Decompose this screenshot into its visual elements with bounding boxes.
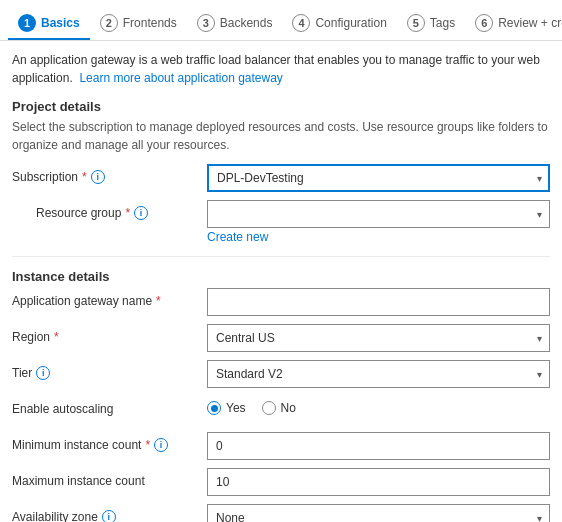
autoscaling-control: Yes No <box>207 396 550 415</box>
learn-more-link[interactable]: Learn more about application gateway <box>79 71 282 85</box>
wizard-tabs: 1 Basics 2 Frontends 3 Backends 4 Config… <box>0 0 562 41</box>
subscription-control: DPL-DevTesting ▾ <box>207 164 550 192</box>
tab-review-step: 6 <box>475 14 493 32</box>
resource-group-control: ▾ Create new <box>207 200 550 244</box>
tab-review-create[interactable]: 6 Review + create <box>465 8 562 40</box>
autoscaling-no-circle <box>262 401 276 415</box>
gateway-name-control <box>207 288 550 316</box>
tab-frontends[interactable]: 2 Frontends <box>90 8 187 40</box>
tab-basics[interactable]: 1 Basics <box>8 8 90 40</box>
region-row: Region * Central US East US West US ▾ <box>12 324 550 352</box>
tab-tags-step: 5 <box>407 14 425 32</box>
create-new-link[interactable]: Create new <box>207 230 550 244</box>
tier-select-wrapper: Standard V2 WAF V2 ▾ <box>207 360 550 388</box>
project-details-title: Project details <box>12 99 550 114</box>
tab-basics-label: Basics <box>41 16 80 30</box>
tab-tags[interactable]: 5 Tags <box>397 8 465 40</box>
tab-frontends-step: 2 <box>100 14 118 32</box>
region-required: * <box>54 330 59 344</box>
gateway-name-label: Application gateway name * <box>12 288 207 308</box>
subscription-info-icon[interactable]: i <box>91 170 105 184</box>
min-instance-row: Minimum instance count * i <box>12 432 550 460</box>
availability-zone-label: Availability zone i <box>12 504 207 522</box>
subscription-select-wrapper: DPL-DevTesting ▾ <box>207 164 550 192</box>
subscription-label: Subscription * i <box>12 164 207 184</box>
autoscaling-yes-circle <box>207 401 221 415</box>
tab-backends[interactable]: 3 Backends <box>187 8 283 40</box>
tab-configuration[interactable]: 4 Configuration <box>282 8 396 40</box>
project-details-desc: Select the subscription to manage deploy… <box>12 118 550 154</box>
min-instance-info-icon[interactable]: i <box>154 438 168 452</box>
min-instance-input[interactable] <box>207 432 550 460</box>
max-instance-row: Maximum instance count <box>12 468 550 496</box>
subscription-required: * <box>82 170 87 184</box>
resource-group-row: Resource group * i ▾ Create new <box>12 200 550 244</box>
gateway-name-input[interactable] <box>207 288 550 316</box>
divider-1 <box>12 256 550 257</box>
region-select[interactable]: Central US East US West US <box>207 324 550 352</box>
max-instance-label: Maximum instance count <box>12 468 207 488</box>
instance-details-title: Instance details <box>12 269 550 284</box>
tier-info-icon[interactable]: i <box>36 366 50 380</box>
region-label: Region * <box>12 324 207 344</box>
max-instance-control <box>207 468 550 496</box>
resource-group-select[interactable] <box>207 200 550 228</box>
gateway-name-required: * <box>156 294 161 308</box>
availability-zone-select[interactable]: None 1 2 3 <box>207 504 550 522</box>
availability-zone-row: Availability zone i None 1 2 3 ▾ <box>12 504 550 522</box>
autoscaling-yes-radio[interactable]: Yes <box>207 401 246 415</box>
availability-zone-control: None 1 2 3 ▾ <box>207 504 550 522</box>
resource-group-select-wrapper: ▾ <box>207 200 550 228</box>
tier-select[interactable]: Standard V2 WAF V2 <box>207 360 550 388</box>
max-instance-input[interactable] <box>207 468 550 496</box>
tab-configuration-label: Configuration <box>315 16 386 30</box>
autoscaling-yes-label: Yes <box>226 401 246 415</box>
main-content: An application gateway is a web traffic … <box>0 41 562 522</box>
autoscaling-no-radio[interactable]: No <box>262 401 296 415</box>
availability-zone-info-icon[interactable]: i <box>102 510 116 522</box>
subscription-row: Subscription * i DPL-DevTesting ▾ <box>12 164 550 192</box>
tier-label: Tier i <box>12 360 207 380</box>
tier-row: Tier i Standard V2 WAF V2 ▾ <box>12 360 550 388</box>
tab-review-label: Review + create <box>498 16 562 30</box>
min-instance-required: * <box>145 438 150 452</box>
autoscaling-no-label: No <box>281 401 296 415</box>
autoscaling-label: Enable autoscaling <box>12 396 207 416</box>
tab-configuration-step: 4 <box>292 14 310 32</box>
resource-group-label: Resource group * i <box>12 200 207 220</box>
min-instance-control <box>207 432 550 460</box>
tab-basics-step: 1 <box>18 14 36 32</box>
tier-control: Standard V2 WAF V2 ▾ <box>207 360 550 388</box>
resource-group-info-icon[interactable]: i <box>134 206 148 220</box>
gateway-name-row: Application gateway name * <box>12 288 550 316</box>
subscription-select[interactable]: DPL-DevTesting <box>207 164 550 192</box>
autoscaling-row: Enable autoscaling Yes No <box>12 396 550 424</box>
tab-frontends-label: Frontends <box>123 16 177 30</box>
tab-backends-label: Backends <box>220 16 273 30</box>
intro-paragraph: An application gateway is a web traffic … <box>12 51 550 87</box>
tab-backends-step: 3 <box>197 14 215 32</box>
availability-zone-select-wrapper: None 1 2 3 ▾ <box>207 504 550 522</box>
region-control: Central US East US West US ▾ <box>207 324 550 352</box>
min-instance-label: Minimum instance count * i <box>12 432 207 452</box>
autoscaling-radio-group: Yes No <box>207 396 550 415</box>
region-select-wrapper: Central US East US West US ▾ <box>207 324 550 352</box>
resource-group-required: * <box>125 206 130 220</box>
tab-tags-label: Tags <box>430 16 455 30</box>
